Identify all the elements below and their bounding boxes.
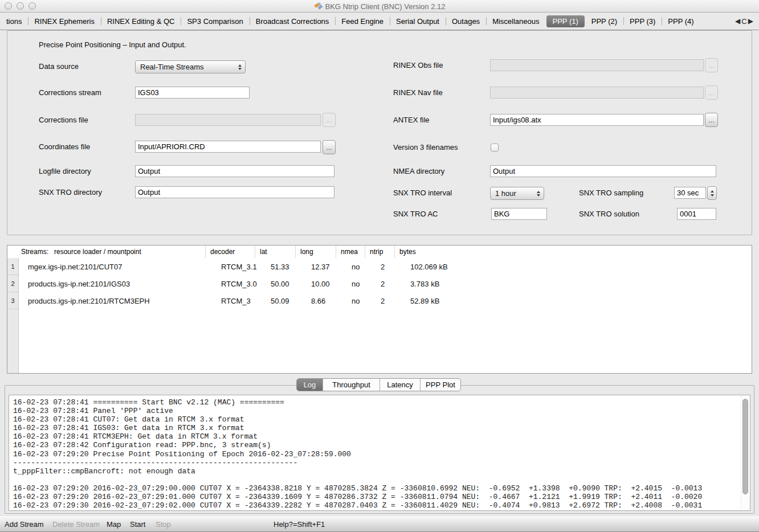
log-scrollbar[interactable] [741, 396, 749, 510]
snx-tro-ac-input[interactable] [491, 208, 547, 220]
tab-ppp-2[interactable]: PPP (2) [585, 14, 623, 28]
panel-heading: Precise Point Positioning – Input and Ou… [39, 40, 186, 50]
cell-nmea: no [347, 280, 376, 288]
row-number: 1 [7, 258, 18, 275]
tab-throughput[interactable]: Throughput [323, 379, 379, 391]
column-header-nmea[interactable]: nmea [336, 245, 365, 258]
map-button[interactable]: Map [107, 516, 121, 532]
log-line: 16-02-23 07:29:20 2016-02-23_07:29:01.00… [13, 493, 738, 501]
coordinates-file-label: Coordinates file [39, 141, 90, 153]
statusbar: Add Stream Delete Stream Map Start Stop … [0, 515, 759, 532]
tab-tions[interactable]: tions [0, 14, 28, 28]
data-source-select[interactable]: Real-Time Streams [135, 60, 246, 73]
tab-ppp-plot[interactable]: PPP Plot [420, 379, 460, 391]
tab-log[interactable]: Log [297, 379, 323, 391]
version3-filenames-checkbox[interactable] [491, 144, 499, 152]
antex-file-input[interactable] [490, 114, 704, 126]
snx-tro-directory-label: SNX TRO directory [39, 186, 102, 199]
overflow-tab-fragment[interactable]: C [741, 17, 746, 26]
stop-button[interactable]: Stop [156, 516, 171, 532]
table-row[interactable]: mgex.igs-ip.net:2101/CUT07 RTCM_3.1 51.3… [19, 258, 752, 275]
tab-serial-output[interactable]: Serial Output [390, 14, 446, 28]
data-source-value: Real-Time Streams [140, 63, 203, 71]
column-header-mountpoint[interactable]: Streams: resource loader / mountpoint [7, 245, 205, 258]
cell-long: 10.00 [307, 280, 347, 288]
tab-scroll-right-icon[interactable]: ▶ [748, 17, 753, 25]
coordinates-file-browse-button[interactable]: ... [323, 140, 336, 154]
tab-ppp-3[interactable]: PPP (3) [623, 14, 662, 28]
title-area: BKG Ntrip Client (BNC) Version 2.12 [0, 0, 759, 13]
row-number-column: 1 2 3 [7, 258, 19, 373]
tab-scroll-left-icon[interactable]: ◀ [735, 17, 740, 25]
tab-ppp-4[interactable]: PPP (4) [662, 14, 700, 28]
cell-nmea: no [347, 263, 376, 271]
chevron-up-down-icon [238, 64, 242, 70]
log-line: 16-02-23 07:28:41 CUT07: Get data in RTC… [13, 415, 738, 424]
window-title: BKG Ntrip Client (BNC) Version 2.12 [325, 2, 446, 11]
corrections-stream-input[interactable] [135, 87, 250, 99]
rinex-nav-file-label: RINEX Nav file [393, 87, 443, 99]
data-source-label: Data source [39, 60, 79, 73]
tab-latency[interactable]: Latency [379, 379, 420, 391]
rinex-obs-file-browse-button[interactable]: ... [705, 58, 718, 72]
coordinates-file-input[interactable] [135, 141, 321, 153]
bnc-app-icon [314, 2, 323, 10]
log-line: 16-02-23 07:28:41 RTCM3EPH: Get data in … [13, 432, 738, 441]
streams-table-header: Streams: resource loader / mountpoint de… [7, 245, 752, 258]
add-stream-button[interactable]: Add Stream [5, 516, 44, 532]
tab-rinex-ephemeris[interactable]: RINEX Ephemeris [28, 14, 100, 28]
tab-sp3-comparison[interactable]: SP3 Comparison [181, 14, 249, 28]
snx-tro-interval-label: SNX TRO interval [393, 187, 452, 199]
cell-bytes: 52.89 kB [406, 297, 752, 305]
tab-outages[interactable]: Outages [446, 14, 486, 28]
snx-tro-solution-input[interactable] [677, 208, 716, 220]
tab-broadcast-corrections[interactable]: Broadcast Corrections [250, 14, 336, 28]
chevron-up-down-icon [537, 191, 540, 197]
logfile-directory-input[interactable] [135, 165, 334, 177]
titlebar: BKG Ntrip Client (BNC) Version 2.12 [0, 0, 759, 13]
start-button[interactable]: Start [130, 516, 145, 532]
corrections-file-input[interactable] [135, 114, 321, 126]
logfile-directory-label: Logfile directory [39, 165, 91, 178]
cell-mountpoint: mgex.igs-ip.net:2101/CUT07 [19, 263, 217, 271]
log-line [13, 476, 738, 484]
row-number: 3 [7, 292, 18, 309]
tab-rinex-editing-qc[interactable]: RINEX Editing & QC [101, 14, 181, 28]
column-header-lat[interactable]: lat [255, 245, 295, 258]
corrections-file-browse-button[interactable]: ... [323, 113, 336, 127]
column-header-bytes[interactable]: bytes [394, 245, 752, 258]
nmea-directory-input[interactable] [490, 165, 716, 177]
snx-tro-directory-input[interactable] [135, 186, 334, 198]
bnc-window: BKG Ntrip Client (BNC) Version 2.12 tion… [0, 0, 759, 532]
cell-ntrip: 2 [376, 297, 406, 305]
table-row[interactable]: products.igs-ip.net:2101/RTCM3EPH RTCM_3… [19, 292, 752, 309]
snx-tro-sampling-spinner[interactable] [707, 186, 717, 200]
cell-lat: 51.33 [266, 263, 307, 271]
cell-bytes: 3.783 kB [406, 280, 752, 288]
log-line: 16-02-23 07:28:41 Panel 'PPP' active [13, 407, 738, 415]
tab-miscellaneous[interactable]: Miscellaneous [486, 14, 545, 28]
cell-decoder: RTCM_3.0 [217, 280, 266, 288]
table-row[interactable]: products.igs-ip.net:2101/IGS03 RTCM_3.0 … [19, 275, 752, 292]
column-header-long[interactable]: long [295, 245, 336, 258]
scrollbar-thumb[interactable] [742, 399, 748, 494]
tab-scrollers: ◀ C ▶ [733, 13, 759, 30]
cell-bytes: 102.069 kB [406, 263, 752, 271]
log-output-area[interactable]: 16-02-23 07:28:41 ========== Start BNC v… [9, 395, 750, 511]
column-header-ntrip[interactable]: ntrip [365, 245, 394, 258]
antex-file-browse-button[interactable]: ... [705, 113, 718, 127]
snx-tro-sampling-input[interactable] [674, 187, 706, 199]
tab-ppp-1[interactable]: PPP (1) [546, 15, 585, 27]
corrections-stream-label: Corrections stream [39, 87, 101, 99]
tab-feed-engine[interactable]: Feed Engine [335, 14, 390, 28]
rinex-nav-file-browse-button[interactable]: ... [705, 85, 718, 100]
rinex-obs-file-input[interactable] [490, 59, 704, 71]
delete-stream-button[interactable]: Delete Stream [52, 516, 100, 532]
snx-tro-ac-label: SNX TRO AC [393, 208, 438, 220]
snx-tro-interval-select[interactable]: 1 hour [490, 187, 544, 200]
log-tabbar: Log Throughput Latency PPP Plot [296, 378, 461, 391]
cell-ntrip: 2 [376, 263, 406, 271]
cell-decoder: RTCM_3.1 [217, 263, 266, 271]
rinex-nav-file-input[interactable] [490, 87, 704, 99]
column-header-decoder[interactable]: decoder [205, 245, 255, 258]
